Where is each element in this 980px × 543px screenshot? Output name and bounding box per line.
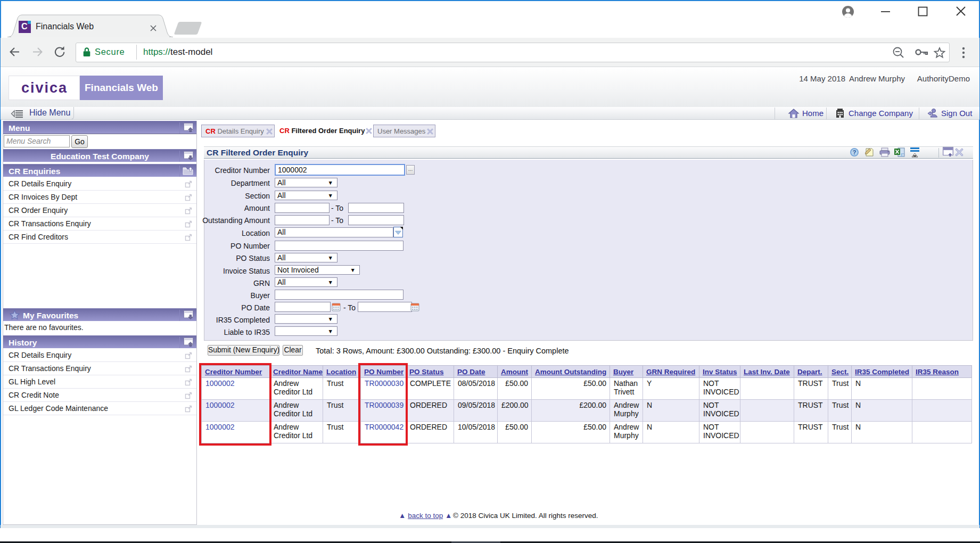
svg-text:?: ?	[853, 149, 857, 155]
svg-text:a: a	[902, 153, 904, 157]
